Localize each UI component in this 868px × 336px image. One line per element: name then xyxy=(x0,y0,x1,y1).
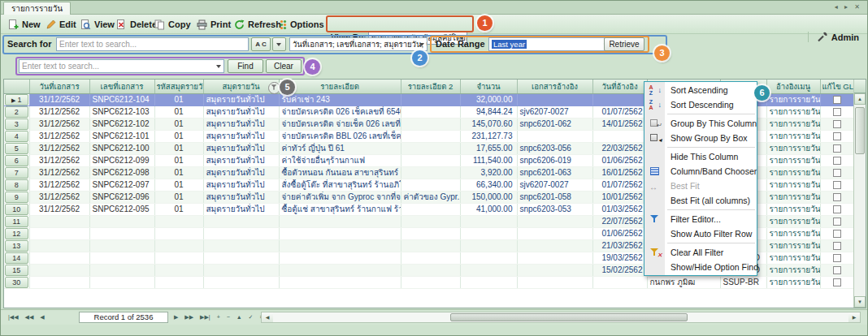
cell-edit-gl[interactable] xyxy=(820,166,854,179)
cell-journal[interactable] xyxy=(203,264,279,276)
row-number-cell[interactable]: ▶15 xyxy=(4,264,29,276)
cell-doc-no[interactable]: SNPC6212-097 xyxy=(89,179,154,191)
cell-ref-date[interactable]: 14/01/2562 xyxy=(592,118,647,130)
search-fields-dropdown[interactable]: วันที่เอกสาร; เลขที่เอกสาร; สมุดรายวัน; … xyxy=(289,37,427,51)
cell-journal[interactable]: สมุดรายวันทั่วไป xyxy=(203,166,279,179)
row-number-cell[interactable]: ▶14 xyxy=(4,252,29,264)
cell-edit-gl[interactable] xyxy=(820,93,854,106)
new-button[interactable]: New xyxy=(6,17,43,32)
edit-gl-checkbox[interactable] xyxy=(833,96,841,104)
clear-button[interactable]: Clear xyxy=(266,59,302,73)
cell-ref-menu[interactable]: รายการรายวัน xyxy=(766,118,820,130)
cell-ref-doc[interactable] xyxy=(517,239,592,252)
cell-ref-name[interactable]: กนกพร ภูมิฒ xyxy=(647,276,720,288)
cell-description[interactable] xyxy=(279,239,401,252)
cell-ref-doc[interactable]: snpc6203-056 xyxy=(517,142,592,154)
cell-doc-no[interactable]: SNPC6212-103 xyxy=(89,106,154,118)
cell-description2[interactable] xyxy=(401,203,460,215)
cell-description2[interactable] xyxy=(401,118,460,130)
menu-item-sort-descending[interactable]: ZA↓ Sort Descending xyxy=(644,97,757,112)
cell-description2[interactable] xyxy=(401,166,460,179)
cell-journal-code[interactable]: 01 xyxy=(154,130,203,142)
col-header-ref-doc[interactable]: เอกสารอ้างอิง xyxy=(517,80,592,93)
menu-item-best-fit-all-columns[interactable]: Best Fit (all columns) xyxy=(644,193,757,208)
nav-delete-button[interactable]: − xyxy=(224,312,232,321)
cell-ref-date[interactable]: 01/03/2562 xyxy=(592,203,647,215)
cell-doc-no[interactable]: SNPC6212-099 xyxy=(89,154,154,166)
row-number-cell[interactable]: ▶1 xyxy=(4,93,29,106)
cell-ref-doc[interactable]: sjv6207-0027 xyxy=(517,179,592,191)
cell-doc-no[interactable]: SNPC6212-095 xyxy=(89,203,154,215)
cell-edit-gl[interactable] xyxy=(820,227,854,239)
cell-ref-doc[interactable] xyxy=(517,93,592,106)
copy-button[interactable]: Copy xyxy=(152,17,193,32)
scroll-left-button[interactable]: ◀ xyxy=(262,312,273,322)
cell-ref-menu[interactable]: รายการรายวัน xyxy=(766,215,820,227)
nav-next-page-button[interactable]: ▶▶ xyxy=(182,312,196,322)
edit-gl-checkbox[interactable] xyxy=(833,157,841,165)
row-number-cell[interactable]: ▶4 xyxy=(4,130,29,142)
cell-ref-date[interactable] xyxy=(592,93,647,106)
edit-gl-checkbox[interactable] xyxy=(833,144,841,153)
retrieve-button[interactable]: Retrieve xyxy=(604,37,644,51)
nav-last-button[interactable]: ▶▶| xyxy=(197,312,213,322)
cell-journal[interactable]: สมุดรายวันทั่วไป xyxy=(203,118,279,130)
find-button[interactable]: Find xyxy=(228,59,263,73)
cell-doc-date[interactable] xyxy=(29,215,89,227)
cell-doc-no[interactable] xyxy=(89,239,154,252)
cell-journal[interactable]: สมุดรายวันทั่วไป xyxy=(203,191,279,203)
cell-ref-doc[interactable] xyxy=(517,264,592,276)
edit-gl-checkbox[interactable] xyxy=(833,278,841,286)
cell-doc-date[interactable]: 31/12/2562 xyxy=(29,142,89,154)
edit-gl-checkbox[interactable] xyxy=(833,181,841,189)
row-number-cell[interactable]: ▶8 xyxy=(4,179,29,191)
cell-description[interactable]: ซื้อตัวหนอน กันนอน สาขาสุรินทร์ 026 xyxy=(279,166,401,179)
row-number-cell[interactable]: ▶11 xyxy=(4,215,29,227)
match-case-dropdown-button[interactable] xyxy=(272,37,286,51)
cell-description2[interactable]: ค่าตัวของ Gypr... xyxy=(401,191,460,203)
edit-gl-checkbox[interactable] xyxy=(833,242,841,250)
cell-journal[interactable]: สมุดรายวันทั่วไป xyxy=(203,154,279,166)
cell-doc-date[interactable] xyxy=(29,227,89,239)
tab-daily-transactions[interactable]: รายการรายวัน xyxy=(3,2,71,15)
cell-journal[interactable]: สมุดรายวันทั่วไป xyxy=(203,106,279,118)
col-header-journal[interactable]: สมุดรายวัน xyxy=(203,80,279,93)
cell-doc-date[interactable]: 31/12/2562 xyxy=(29,106,89,118)
col-header-doc-no[interactable]: เลขที่เอกสาร xyxy=(89,80,154,93)
admin-button[interactable]: Admin xyxy=(808,32,859,42)
menu-item-show-auto-filter-row[interactable]: Show Auto Filter Row xyxy=(644,226,757,241)
cell-journal-code[interactable] xyxy=(154,276,203,288)
col-header-description[interactable]: รายละเอียด xyxy=(279,80,401,93)
cell-amount[interactable]: 145,070.60 xyxy=(460,118,517,130)
cell-doc-date[interactable] xyxy=(29,252,89,264)
cell-journal[interactable]: สมุดรายวันทั่วไป xyxy=(203,130,279,142)
col-header-journal-code[interactable]: รหัสสมุดรายวัน xyxy=(154,80,203,93)
cell-amount[interactable] xyxy=(460,276,517,288)
cell-journal-code[interactable] xyxy=(154,239,203,252)
cell-edit-gl[interactable] xyxy=(820,154,854,166)
cell-amount[interactable]: 17,655.00 xyxy=(460,142,517,154)
cell-ref-menu[interactable]: รายการรายวัน xyxy=(766,142,820,154)
nav-append-button[interactable]: + xyxy=(215,312,223,321)
cell-description2[interactable] xyxy=(401,215,460,227)
cell-journal-code[interactable]: 01 xyxy=(154,142,203,154)
cell-description[interactable] xyxy=(279,276,401,288)
cell-ref-menu[interactable]: รายการรายวัน xyxy=(766,276,820,288)
cell-doc-no[interactable]: SNPC6212-102 xyxy=(89,118,154,130)
edit-button[interactable]: Edit xyxy=(43,17,79,32)
cell-journal-code[interactable] xyxy=(154,252,203,264)
nav-prev-button[interactable]: ◀ xyxy=(37,312,46,322)
cell-description2[interactable] xyxy=(401,154,460,166)
cell-journal[interactable]: สมุดรายวันทั่วไป xyxy=(203,203,279,215)
cell-journal-code[interactable] xyxy=(154,215,203,227)
cell-ref-menu[interactable]: รายการรายวัน xyxy=(766,93,820,106)
cell-doc-date[interactable] xyxy=(29,239,89,252)
cell-description2[interactable] xyxy=(401,130,460,142)
cell-doc-no[interactable]: SNPC6212-096 xyxy=(89,191,154,203)
cell-ref-doc[interactable]: snpc6201-062 xyxy=(517,118,592,130)
cell-edit-gl[interactable] xyxy=(820,215,854,227)
cell-ref-doc[interactable]: snpc6203-053 xyxy=(517,203,592,215)
cell-description[interactable]: ค่าทัวร์ ญี่ปุ่น ปี 61 xyxy=(279,142,401,154)
row-number-cell[interactable]: ▶7 xyxy=(4,166,29,179)
cell-description[interactable]: ซื้อตู้แช่ สาขาสุรินทร์ ร้านกาแฟ ร้านสุร… xyxy=(279,203,401,215)
